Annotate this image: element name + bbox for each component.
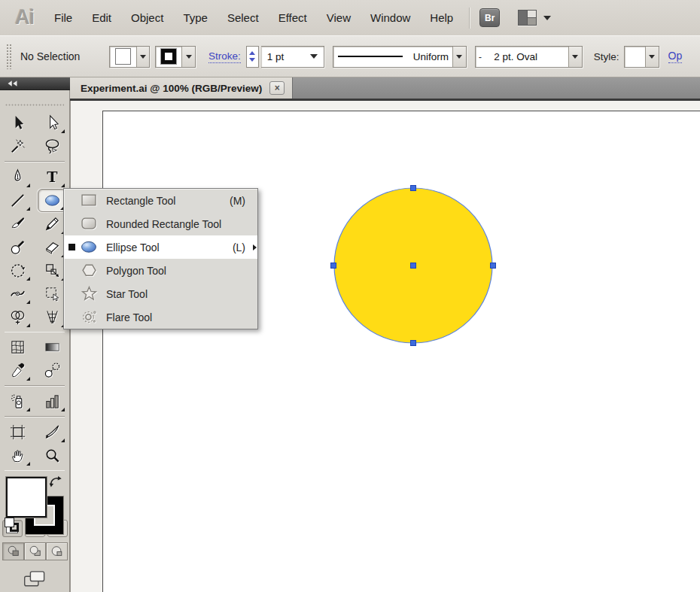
selection-status: No Selection bbox=[20, 50, 109, 62]
slice-tool-button[interactable] bbox=[38, 420, 66, 444]
flyout-item-rectangle-tool[interactable]: Rectangle Tool(M) bbox=[64, 189, 257, 212]
flyout-item-shortcut: (L) bbox=[233, 241, 245, 253]
swap-fill-stroke-button[interactable] bbox=[48, 475, 63, 489]
menu-item-object[interactable]: Object bbox=[121, 11, 173, 24]
hand-tool-button[interactable] bbox=[3, 444, 32, 467]
menu-item-edit[interactable]: Edit bbox=[82, 11, 121, 24]
flyout-item-flare-tool[interactable]: Flare Tool bbox=[64, 305, 257, 329]
blob-brush-tool-button[interactable] bbox=[3, 235, 32, 259]
tab-close-button[interactable]: × bbox=[269, 81, 285, 95]
direct-selection-tool-button[interactable] bbox=[38, 111, 66, 135]
tool-row bbox=[3, 111, 66, 135]
toolbar-divider bbox=[5, 470, 65, 472]
free-transform-tool-button[interactable] bbox=[38, 282, 66, 305]
stroke-panel-link[interactable]: Stroke: bbox=[208, 50, 241, 63]
draw-inside-mode-icon bbox=[50, 545, 64, 558]
flyout-item-rounded-rectangle-tool[interactable]: Rounded Rectangle Tool bbox=[64, 212, 257, 235]
line-segment-tool-icon bbox=[9, 192, 26, 209]
lasso-tool-button[interactable] bbox=[38, 135, 66, 158]
width-profile-dropdown[interactable]: Uniform bbox=[333, 46, 467, 68]
screen-mode-button[interactable] bbox=[22, 568, 47, 592]
menu-item-type[interactable]: Type bbox=[173, 11, 218, 24]
zoom-tool-button[interactable] bbox=[38, 444, 66, 467]
pencil-tool-button[interactable] bbox=[38, 212, 66, 235]
opacity-link[interactable]: Op bbox=[668, 50, 683, 63]
menu-item-window[interactable]: Window bbox=[361, 11, 420, 24]
column-graph-tool-button[interactable] bbox=[38, 390, 66, 413]
flyout-item-star-tool[interactable]: Star Tool bbox=[64, 282, 257, 305]
draw-inside-mode-button[interactable] bbox=[46, 542, 68, 560]
flyout-corner-icon bbox=[26, 462, 30, 466]
toolbar-divider bbox=[5, 416, 65, 417]
svg-text:T: T bbox=[47, 168, 58, 186]
stroke-color-dropdown[interactable] bbox=[155, 46, 196, 68]
selection-tool-button[interactable] bbox=[3, 111, 32, 135]
mesh-tool-button[interactable] bbox=[3, 335, 32, 359]
line-segment-tool-button[interactable] bbox=[3, 189, 32, 212]
spinner-up-icon bbox=[249, 51, 255, 55]
rotate-tool-button[interactable] bbox=[3, 259, 32, 282]
draw-normal-mode-icon bbox=[6, 545, 20, 558]
pen-tool-button[interactable] bbox=[3, 165, 32, 189]
flyout-corner-icon bbox=[61, 408, 65, 411]
blend-tool-button[interactable] bbox=[38, 359, 66, 382]
artboard[interactable] bbox=[102, 111, 700, 592]
eraser-tool-button[interactable] bbox=[38, 235, 66, 259]
eyedropper-tool-button[interactable] bbox=[3, 359, 32, 382]
gradient-tool-button[interactable] bbox=[38, 335, 66, 359]
menu-item-select[interactable]: Select bbox=[218, 11, 269, 24]
document-title: Experiment.ai @ 100% (RGB/Preview) bbox=[81, 83, 262, 94]
draw-normal-mode-button[interactable] bbox=[2, 542, 24, 560]
panel-grip[interactable] bbox=[5, 104, 64, 107]
dropdown-arrow bbox=[452, 47, 466, 67]
tool-row bbox=[3, 420, 66, 444]
width-tool-icon bbox=[9, 285, 26, 302]
draw-behind-mode-button[interactable] bbox=[24, 542, 46, 560]
shape-builder-tool-button[interactable] bbox=[3, 305, 32, 329]
fill-color-well[interactable] bbox=[6, 477, 47, 518]
menubar-divider bbox=[469, 8, 470, 29]
type-tool-button[interactable]: T bbox=[38, 165, 66, 189]
canvas-area[interactable] bbox=[70, 101, 700, 592]
pencil-tool-icon bbox=[44, 215, 61, 232]
zoom-tool-icon bbox=[44, 447, 61, 464]
slice-tool-icon bbox=[44, 424, 61, 441]
fill-color-dropdown[interactable] bbox=[109, 46, 150, 68]
toolbar-collapse-button[interactable] bbox=[0, 77, 70, 90]
tool-row bbox=[3, 235, 66, 259]
stroke-swatch-icon bbox=[161, 49, 176, 64]
menu-item-effect[interactable]: Effect bbox=[269, 11, 317, 24]
artboard-tool-button[interactable] bbox=[3, 420, 32, 444]
flyout-item-polygon-tool[interactable]: Polygon Tool bbox=[64, 259, 257, 282]
paintbrush-tool-button[interactable] bbox=[3, 212, 32, 235]
menu-item-file[interactable]: File bbox=[44, 11, 82, 24]
magic-wand-tool-button[interactable] bbox=[3, 135, 32, 158]
star-shape-icon bbox=[79, 286, 99, 302]
menu-item-view[interactable]: View bbox=[317, 11, 361, 24]
flyout-item-label: Ellipse Tool bbox=[106, 241, 233, 253]
menu-item-help[interactable]: Help bbox=[420, 11, 463, 24]
width-tool-button[interactable] bbox=[3, 282, 32, 305]
stroke-weight-dropdown[interactable]: 1 pt bbox=[261, 46, 324, 68]
document-tab[interactable]: Experiment.ai @ 100% (RGB/Preview) × bbox=[70, 77, 293, 99]
symbol-sprayer-tool-button[interactable] bbox=[3, 390, 32, 413]
toolbar-divider bbox=[5, 332, 65, 333]
graphic-style-dropdown[interactable] bbox=[624, 46, 659, 68]
panel-grip[interactable] bbox=[6, 44, 11, 69]
flyout-item-label: Rectangle Tool bbox=[106, 195, 230, 207]
tool-row bbox=[3, 282, 66, 305]
brush-definition-dropdown[interactable]: - 2 pt. Oval bbox=[475, 46, 583, 68]
bridge-button[interactable]: Br bbox=[479, 8, 500, 27]
blob-brush-tool-icon bbox=[9, 238, 26, 256]
perspective-grid-tool-button[interactable] bbox=[38, 305, 66, 329]
ellipse-tool-icon bbox=[44, 192, 61, 209]
ellipse-tool-button[interactable] bbox=[38, 189, 66, 212]
double-left-chevron-icon bbox=[7, 80, 18, 87]
flyout-item-ellipse-tool[interactable]: Ellipse Tool(L) bbox=[64, 235, 257, 259]
workspace-switcher[interactable] bbox=[518, 10, 551, 26]
workspace-icon bbox=[518, 10, 537, 26]
default-fill-stroke-button[interactable] bbox=[5, 518, 21, 534]
scale-tool-button[interactable] bbox=[38, 259, 66, 282]
flyout-corner-icon bbox=[26, 408, 30, 411]
stroke-weight-stepper[interactable] bbox=[246, 46, 259, 68]
